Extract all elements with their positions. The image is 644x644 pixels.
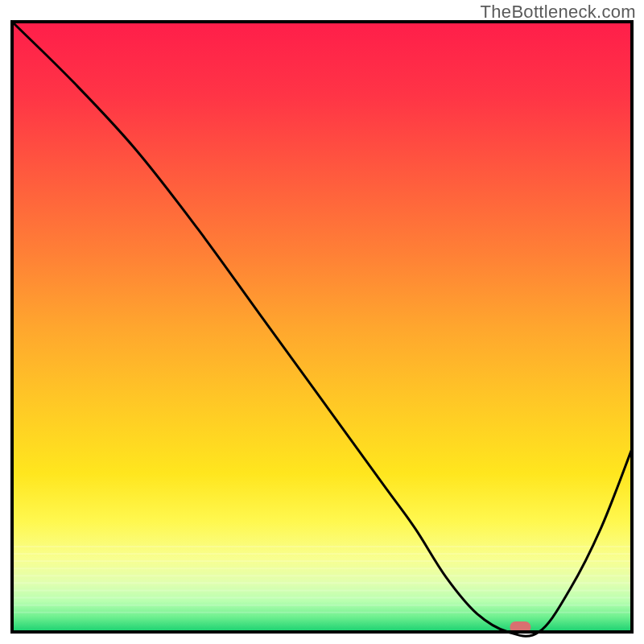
chart-container: TheBottleneck.com <box>0 0 644 644</box>
chart-background <box>12 22 632 632</box>
bottleneck-chart <box>0 0 644 644</box>
